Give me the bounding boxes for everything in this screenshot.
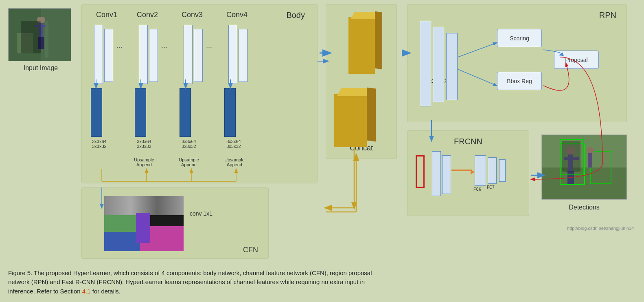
rpn-layer2 [433,27,444,102]
conv1-block [91,88,102,137]
upsample1-label: UpsampleAppend [130,157,158,167]
conv4-block [224,88,236,137]
conv3-label: Conv3 [182,11,203,19]
svg-rect-6 [38,37,41,49]
conv2-block-label: 3x3x643x3x32 [130,139,158,149]
proposal-box: Proposal [554,51,599,69]
watermark: http://blog.csdn.net/zhangjiuhin14 [567,226,634,231]
fc6-box [475,155,486,186]
upsample3-label: UpsampleAppend [220,157,249,167]
scoring-box: Scoring [497,29,542,47]
conv3-thin-bar [184,25,193,84]
frcnn-arrow1 [451,170,472,171]
input-image-label: Input Image [8,64,73,72]
svg-rect-8 [45,21,48,57]
roi-box [416,155,425,188]
caption-text4: for details. [91,288,120,295]
channel-person [136,213,150,243]
input-image-section: Input Image [8,8,73,72]
rpn-layer3 [446,33,458,100]
gold-block-lower-side [367,87,376,141]
rpn-panel: RPN 3x3x512 Scoring Bbox Reg Proposal [407,4,627,122]
frcnn-layer1 [432,151,441,196]
frcnn-label: FRCNN [454,137,482,146]
svg-rect-1 [9,9,41,61]
body-label: Body [286,11,305,20]
conv2-label: Conv2 [137,11,158,19]
conv3-thin-bar2 [194,29,203,82]
body-panel: Body Conv1 Conv2 Conv3 Conv4 ... ... ...… [81,4,318,183]
caption-line1: Figure 5. The proposed HyperLearner, whi… [8,269,636,278]
concat-panel: Concat [326,4,397,159]
dots2: ... [161,41,167,50]
svg-rect-2 [37,17,45,23]
conv2-block [135,88,146,137]
svg-rect-20 [587,147,594,153]
frcnn-out-box [499,159,506,182]
svg-rect-7 [41,37,44,49]
detections-img [542,135,626,199]
channel-blue [104,232,140,251]
svg-rect-15 [573,157,579,160]
caption-line2: network (RPN) and Fast R-CNN (FRCNN). Hy… [8,278,636,287]
svg-rect-13 [568,154,573,171]
caption-text3: inference. Refer to Section [8,288,82,295]
frcnn-arrow2 [471,170,475,174]
gold-block-upper-side [375,11,382,69]
channel-img-inner [104,196,184,251]
cfn-panel: CFN Channel Feature conv 1x1 [81,187,269,259]
conv1-label: Conv1 [96,11,117,19]
svg-rect-4 [35,25,40,27]
frcnn-layer2 [442,155,451,194]
conv1-block-label: 3x3x643x3x32 [85,139,114,149]
conv2-thin-bar [139,25,148,84]
dots1: ... [116,41,123,50]
frcnn-panel: FRCNN FC6 FC7 [407,130,529,216]
svg-rect-14 [564,157,570,160]
caption-area: Figure 5. The proposed HyperLearner, whi… [8,269,636,296]
conv1x1-label: conv 1x1 [190,210,212,217]
input-image [8,8,71,61]
conv4-thin-bar [228,25,237,84]
gold-block-lower-front [334,94,367,147]
svg-rect-16 [567,171,571,184]
svg-rect-17 [571,171,574,184]
caption-link[interactable]: 4.1 [82,288,91,295]
svg-rect-9 [17,33,33,53]
rpn-label: RPN [599,11,616,20]
cfn-label: CFN [243,246,258,254]
bbox-reg-box: Bbox Reg [497,72,542,90]
conv1-thin-bar [94,25,103,84]
detections-box [541,134,627,200]
fc7-box [488,157,497,184]
rpn-layer1 [420,21,431,106]
fc7-label: FC7 [487,185,495,190]
gold-block-upper-front [348,17,375,74]
conv4-thin-bar2 [239,29,248,82]
caption-line3: inference. Refer to Section 4.1 for deta… [8,287,636,296]
conv1-thin-bar2 [104,29,113,82]
fc6-label: FC6 [473,187,481,192]
upsample2-label: UpsampleAppend [175,157,203,167]
detections-label: Detections [550,204,619,211]
channel-img [104,196,184,251]
svg-rect-21 [588,153,592,168]
main-container: Input Image Body Conv1 Conv2 Conv3 Conv4… [0,0,644,302]
conv3-block-label: 3x3x643x3x32 [175,139,203,149]
dots3: ... [206,41,212,50]
conv4-label: Conv4 [226,11,248,19]
conv4-block-label: 3x3x643x3x32 [219,139,248,149]
conv2-thin-bar2 [149,29,158,82]
conv3-block [180,88,191,137]
svg-rect-12 [566,147,575,154]
